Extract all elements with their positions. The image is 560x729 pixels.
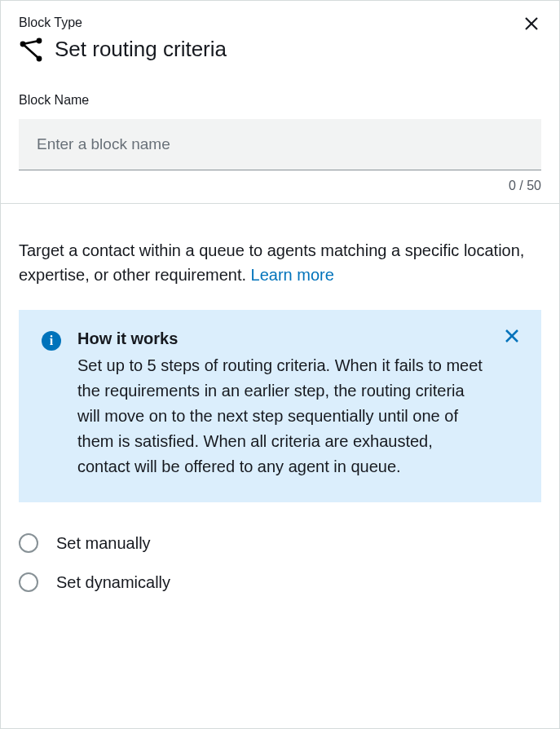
content-section: Target a contact within a queue to agent… [1,204,559,608]
radio-set-dynamically[interactable]: Set dynamically [19,572,541,592]
svg-line-5 [23,41,39,44]
radio-icon [19,572,38,592]
block-type-label: Block Type [19,15,541,30]
block-name-input[interactable] [19,119,541,170]
learn-more-link[interactable]: Learn more [251,266,334,284]
description-text: Target a contact within a queue to agent… [19,238,541,287]
block-name-section: Block Name 0 / 50 [1,70,559,204]
radio-set-manually[interactable]: Set manually [19,533,541,553]
title-row: Set routing criteria [19,37,541,62]
panel-header: Block Type Set routing criteria [1,1,559,70]
routing-mode-group: Set manually Set dynamically [19,533,541,592]
close-button[interactable] [520,12,543,35]
info-box: i How it works Set up to 5 steps of rout… [19,310,541,502]
info-text: Set up to 5 steps of routing criteria. W… [77,353,486,479]
svg-line-6 [23,44,39,59]
char-counter: 0 / 50 [19,179,541,193]
routing-icon [19,38,43,62]
radio-label-manual: Set manually [56,534,151,553]
radio-icon [19,533,38,553]
info-title: How it works [77,329,486,348]
panel-title: Set routing criteria [55,37,227,62]
block-name-label: Block Name [19,93,541,108]
radio-label-dynamic: Set dynamically [56,573,170,592]
close-icon [523,15,540,32]
info-icon: i [42,331,61,351]
info-close-button[interactable] [502,326,522,346]
close-icon [504,328,520,344]
